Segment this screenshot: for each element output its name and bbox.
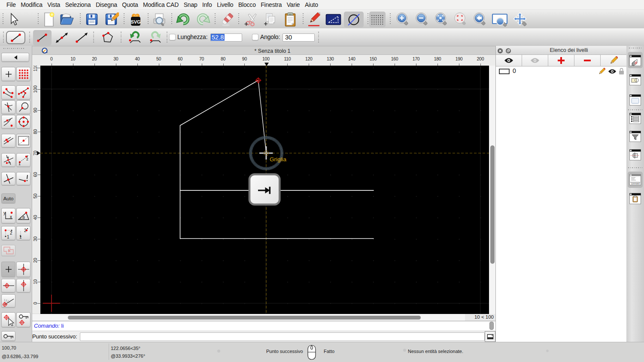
- svg-text:2: 2: [26, 157, 28, 161]
- svg-text:1: 1: [7, 235, 9, 239]
- svg-text:1: 1: [18, 162, 21, 166]
- svg-text:SVG: SVG: [131, 19, 140, 24]
- svg-text:2: 2: [10, 231, 12, 235]
- svg-text:Griglia: Griglia: [270, 156, 287, 163]
- svg-text:2: 2: [24, 228, 27, 233]
- svg-text:a: a: [22, 215, 25, 220]
- svg-text:command: command: [631, 183, 640, 185]
- svg-text:1: 1: [19, 235, 22, 239]
- svg-text:y: y: [3, 211, 6, 215]
- svg-text:x: x: [10, 214, 12, 219]
